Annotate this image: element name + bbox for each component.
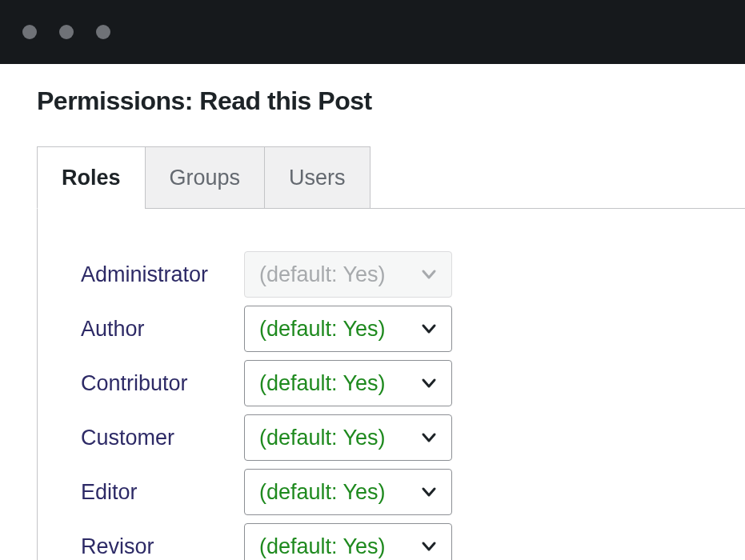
chevron-down-icon	[419, 482, 439, 502]
role-permission-select-author[interactable]: (default: Yes)	[244, 306, 452, 352]
role-label: Revisor	[81, 534, 244, 559]
chevron-down-icon	[419, 428, 439, 447]
role-permission-select-revisor[interactable]: (default: Yes)	[244, 523, 452, 560]
tabs: Roles Groups Users	[37, 146, 745, 209]
chevron-down-icon	[419, 319, 439, 338]
role-label: Author	[81, 317, 244, 342]
tab-groups[interactable]: Groups	[145, 146, 266, 209]
role-row-author: Author (default: Yes)	[81, 302, 745, 356]
role-permission-select-editor[interactable]: (default: Yes)	[244, 469, 452, 515]
select-value: (default: Yes)	[259, 480, 386, 505]
close-icon[interactable]	[22, 25, 37, 39]
role-row-contributor: Contributor (default: Yes)	[81, 356, 745, 410]
role-row-administrator: Administrator (default: Yes)	[81, 247, 745, 302]
select-value: (default: Yes)	[259, 426, 386, 450]
role-permission-select-customer[interactable]: (default: Yes)	[244, 414, 452, 461]
role-row-editor: Editor (default: Yes)	[81, 465, 745, 519]
role-label: Customer	[81, 426, 244, 450]
roles-panel: Administrator (default: Yes) Author (def…	[37, 209, 745, 560]
page-title: Permissions: Read this Post	[37, 86, 745, 116]
chevron-down-icon	[419, 537, 439, 556]
select-value: (default: Yes)	[259, 317, 386, 342]
role-permission-select-contributor[interactable]: (default: Yes)	[244, 360, 452, 406]
chevron-down-icon	[419, 265, 439, 284]
select-value: (default: Yes)	[259, 371, 386, 396]
role-label: Administrator	[81, 262, 244, 287]
tab-users[interactable]: Users	[264, 146, 370, 209]
role-row-customer: Customer (default: Yes)	[81, 410, 745, 465]
role-row-revisor: Revisor (default: Yes)	[81, 519, 745, 560]
select-value: (default: Yes)	[259, 262, 386, 287]
zoom-icon[interactable]	[96, 25, 110, 39]
minimize-icon[interactable]	[59, 25, 74, 39]
role-label: Contributor	[81, 371, 244, 396]
chevron-down-icon	[419, 374, 439, 393]
window-titlebar	[0, 0, 745, 64]
select-value: (default: Yes)	[259, 534, 386, 559]
tab-roles[interactable]: Roles	[37, 146, 146, 209]
role-permission-select-administrator: (default: Yes)	[244, 251, 452, 298]
role-label: Editor	[81, 480, 244, 505]
